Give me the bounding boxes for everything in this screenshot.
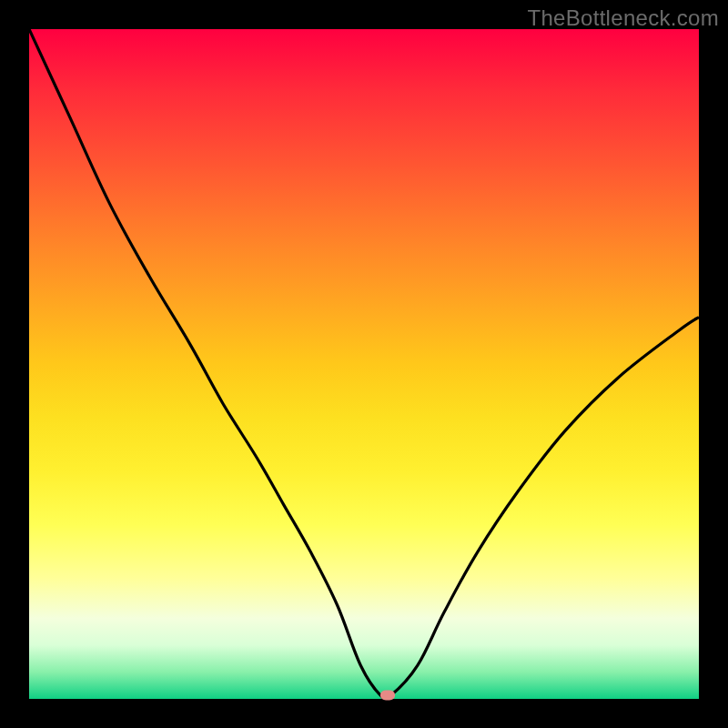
optimum-marker-icon — [380, 691, 395, 701]
watermark-text: TheBottleneck.com — [527, 5, 719, 31]
bottleneck-curve — [29, 29, 699, 699]
plot-area — [29, 29, 699, 699]
